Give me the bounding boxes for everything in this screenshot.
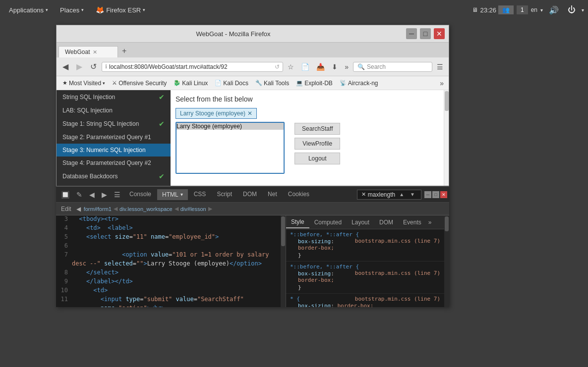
devtools-close-button[interactable]: ✕	[440, 191, 447, 198]
pocket-icon[interactable]: 📥	[314, 62, 327, 72]
style-tab-dom[interactable]: DOM	[374, 217, 398, 228]
devtools-forward-icon[interactable]: ▶	[99, 190, 110, 200]
firefox-menu[interactable]: 🦊 Firefox ESR ▾	[91, 4, 150, 16]
back-button[interactable]: ◀	[59, 61, 71, 72]
breadcrumb-form[interactable]: form#form1	[84, 206, 112, 212]
devtools-body: 3 <tbody><tr> 4 <td> <label> 5 <select s…	[56, 215, 449, 307]
places-menu[interactable]: Places ▾	[55, 4, 89, 16]
code-editor[interactable]: 3 <tbody><tr> 4 <td> <label> 5 <select s…	[56, 215, 281, 307]
logout-button[interactable]: Logout	[294, 153, 340, 164]
code-editor-scrollbar[interactable]	[281, 215, 286, 307]
browser-tab-webgoat[interactable]: WebGoat ✕	[59, 46, 118, 57]
more-tools-icon[interactable]: »	[342, 62, 351, 72]
devtools-tab-dom[interactable]: DOM	[238, 188, 262, 202]
close-button[interactable]: ✕	[434, 28, 445, 39]
bookmark-star-icon[interactable]: ☆	[285, 62, 296, 72]
devtools-tab-html[interactable]: HTML ▾	[157, 189, 188, 200]
tab-close-icon[interactable]: ✕	[93, 49, 97, 55]
forward-button[interactable]: ▶	[73, 61, 85, 72]
devtools-expand-icon[interactable]: ☰	[111, 190, 123, 200]
sidebar-item-stage3[interactable]: Stage 3: Numeric SQL Injection	[57, 144, 171, 157]
style-selector-3: * {	[290, 296, 300, 302]
url-text: localhost:8080/WebGoat/start.mvc#attack/…	[109, 63, 273, 70]
devtools-tab-console[interactable]: Console	[124, 188, 156, 202]
bookmark-most-visited[interactable]: ★ Most Visited ▾	[59, 79, 108, 88]
devtools-tab-css[interactable]: CSS	[189, 188, 211, 202]
hamburger-menu-icon[interactable]: ☰	[434, 62, 446, 72]
bookmark-offensive-security[interactable]: ⚔ Offensive Security	[109, 79, 170, 88]
download-icon[interactable]: ⬇	[329, 62, 340, 72]
code-line-6: 6	[56, 242, 281, 251]
devtools-tab-net[interactable]: Net	[263, 188, 282, 202]
style-file-1[interactable]: bootstrap.min.css (line 7)	[355, 238, 440, 244]
employee-select[interactable]: Larry Stooge (employee)	[176, 122, 285, 174]
maximize-button[interactable]: □	[420, 28, 431, 39]
sidebar-item-string-sql-label: String SQL Injection	[62, 94, 115, 101]
style-panel-more-icon[interactable]: »	[426, 217, 434, 228]
bookmark-kali-tools[interactable]: 🔧 Kali Tools	[252, 79, 292, 88]
style-brace-2: }	[298, 284, 301, 291]
sidebar-item-lab-sql-label: LAB: SQL Injection	[62, 107, 113, 114]
sidebar-item-stage1[interactable]: Stage 1: String SQL Injection ✔	[57, 117, 171, 131]
refresh-button[interactable]: ↺	[87, 61, 100, 72]
bookmark-kali-docs[interactable]: 📄 Kali Docs	[212, 79, 251, 88]
kali-linux-icon: 🐉	[174, 80, 180, 86]
employee-option-larry[interactable]: Larry Stooge (employee)	[176, 123, 284, 130]
bookmark-exploit-db[interactable]: 💻 Exploit-DB	[293, 79, 336, 88]
devtools-tab-script[interactable]: Script	[212, 188, 237, 202]
applications-menu[interactable]: Applications ▾	[4, 4, 53, 16]
lang-label: en	[531, 6, 537, 13]
style-brace-1: }	[298, 252, 301, 259]
devtools-tab-cookies[interactable]: Cookies	[283, 188, 314, 202]
breadcrumb-div-lesson[interactable]: div#lesson	[180, 206, 206, 212]
devtools-search-close-icon[interactable]: ✕	[361, 191, 366, 198]
tag-close-icon[interactable]: ✕	[247, 110, 252, 117]
style-file-3[interactable]: bootstrap.min.css (line 7)	[355, 296, 440, 302]
style-rule-3-selector: * { bootstrap.min.css (line 7)	[290, 296, 440, 302]
devtools-back-icon[interactable]: ◀	[86, 190, 98, 200]
devtools-inspect-icon[interactable]: 🔲	[58, 190, 72, 200]
sidebar-item-stage2[interactable]: Stage 2: Parameterized Query #1	[57, 131, 171, 144]
devtools-restore-button[interactable]: □	[432, 191, 439, 198]
lang-arrow-icon: ▾	[540, 7, 543, 13]
style-panel-scrollbar[interactable]	[444, 215, 449, 307]
search-staff-button[interactable]: SearchStaff	[294, 123, 340, 135]
search-box[interactable]: 🔍 Search	[353, 62, 432, 72]
devtools-search-box[interactable]: ✕ maxlength ▲ ▼	[357, 190, 421, 200]
devtools-search-down-icon[interactable]: ▼	[408, 191, 417, 198]
bookmark-kali-tools-label: Kali Tools	[264, 80, 289, 87]
style-close-1: }	[290, 252, 440, 259]
address-bar[interactable]: ℹ localhost:8080/WebGoat/start.mvc#attac…	[102, 62, 283, 72]
line-content-7: <option value="101 or 1=1 order by salar…	[72, 251, 269, 260]
style-tab-computed[interactable]: Computed	[309, 217, 347, 228]
breadcrumb-div-workspace[interactable]: div.lesson_workspace	[119, 206, 173, 212]
sidebar-item-stage4[interactable]: Stage 4: Parameterized Query #2	[57, 157, 171, 169]
power-icon[interactable]: ⏻	[565, 4, 579, 15]
reading-mode-icon[interactable]: 📄	[298, 62, 312, 72]
sidebar-item-lab-sql[interactable]: LAB: SQL Injection	[57, 104, 171, 117]
minimize-button[interactable]: ─	[406, 28, 417, 39]
bookmark-aircrack-ng[interactable]: 📡 Aircrack-ng	[337, 79, 381, 88]
style-tab-style[interactable]: Style	[286, 216, 309, 228]
devtools-minimize-button[interactable]: ─	[424, 191, 431, 198]
devtools-breadcrumb-back[interactable]: ◀	[74, 205, 83, 213]
bookmark-kali-linux[interactable]: 🐉 Kali Linux	[171, 79, 211, 88]
clock-time: 23:26	[480, 6, 496, 14]
style-rule-3: * { bootstrap.min.css (line 7) box-sizin…	[286, 294, 444, 307]
sidebar-item-db-backdoors[interactable]: Database Backdoors ✔	[57, 169, 171, 183]
style-tab-layout[interactable]: Layout	[347, 217, 374, 228]
volume-icon[interactable]: 🔊	[546, 4, 562, 16]
user-icon[interactable]: 👥	[498, 5, 514, 14]
devtools-pointer-icon[interactable]: ✎	[73, 190, 85, 200]
sidebar-item-string-sql[interactable]: String SQL Injection ✔	[57, 90, 171, 104]
style-file-2[interactable]: bootstrap.min.css (line 7)	[355, 270, 440, 276]
devtools-search-up-icon[interactable]: ▲	[397, 191, 406, 198]
bookmarks-more-icon[interactable]: »	[438, 79, 446, 87]
workspace-num[interactable]: 1	[517, 5, 528, 14]
new-tab-button[interactable]: +	[118, 45, 130, 57]
devtools-edit-button[interactable]: Edit	[59, 205, 73, 213]
style-scroll-thumb	[445, 216, 449, 231]
view-profile-button[interactable]: ViewProfile	[294, 138, 340, 150]
bookmark-exploit-db-label: Exploit-DB	[304, 80, 333, 87]
style-tab-events[interactable]: Events	[398, 217, 426, 228]
